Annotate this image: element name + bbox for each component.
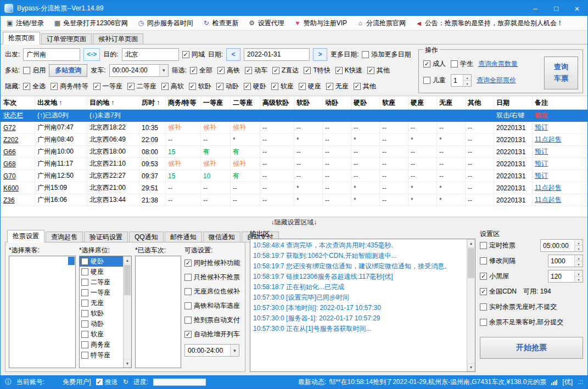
filter-checkbox-4[interactable]: ✓T特快	[304, 66, 330, 75]
column-header-1[interactable]: 出发地 ↑	[35, 97, 87, 110]
chevron-down-icon[interactable]: ▾	[230, 345, 239, 356]
grab-time-range-select[interactable]: 00:00-24:00 ▾	[184, 344, 239, 357]
multi-station-query-button[interactable]: 多站查询	[49, 64, 87, 77]
filter-checkbox-5-box[interactable]: ✓	[335, 67, 343, 74]
selected-train-list[interactable]	[135, 256, 181, 368]
filter-checkbox-6-box[interactable]: ✓	[367, 67, 374, 74]
spin-down-icon[interactable]: ▾	[575, 261, 583, 267]
column-header-4[interactable]: 商务/特等	[166, 97, 201, 110]
train-row-Z36[interactable]: Z36广州16:06北京西13:4421:38--------*--*--**-…	[1, 194, 587, 206]
interval-value[interactable]: 1000	[548, 255, 574, 267]
hide-checkbox-0[interactable]: ✓全选	[23, 82, 46, 91]
depart-station-input[interactable]: 广州南	[23, 48, 80, 61]
settings-tab-0[interactable]: 抢票设置	[7, 230, 44, 243]
hide-checkbox-9-box[interactable]: ✓	[299, 83, 306, 90]
adult-checkbox-box[interactable]: ✓	[423, 60, 430, 67]
page-tab-1[interactable]: 订单管理页面	[41, 33, 92, 44]
train-number-link[interactable]: Z36	[1, 194, 35, 206]
seat-option-2[interactable]: 二等座	[80, 277, 123, 287]
query-price-link[interactable]: 查询全部票价	[477, 76, 516, 85]
settings-tab-3[interactable]: QQ通知	[129, 232, 164, 243]
toolbar-item-6[interactable]: ⌂分流抢票官网	[356, 19, 406, 28]
hide-checkbox-8[interactable]: ✓软座	[271, 82, 294, 91]
dest-station-input[interactable]: 北京	[122, 48, 179, 61]
output-scrollbar[interactable]: ▲ ▼	[467, 239, 475, 371]
settings-tab-1[interactable]: 查询起售	[46, 232, 83, 243]
hide-checkbox-2-box[interactable]: ✓	[93, 83, 100, 90]
interval-spinner[interactable]: 1000 ▴▾	[548, 255, 583, 267]
add-more-dates-checkbox-box[interactable]	[362, 51, 369, 58]
train-number-link[interactable]: G72	[1, 122, 35, 134]
scroll-up-icon[interactable]: ▲	[124, 256, 131, 264]
train-row-K600[interactable]: K600广州15:09北京西21:0029:51--------*--*--**…	[1, 182, 587, 194]
column-header-6[interactable]: 二等座	[231, 97, 260, 110]
toolbar-item-2[interactable]: ◷同步服务器时间	[137, 19, 193, 28]
toolbar-item-1[interactable]: ▦免登录打开12306官网	[53, 19, 127, 28]
timed-grab-time-spinner[interactable]: 05:00:00 ▴▾	[540, 239, 583, 252]
toolbar-item-3[interactable]: ↻检查更新	[203, 19, 239, 28]
partial-submit-checkbox-box[interactable]	[480, 319, 487, 326]
hide-checkbox-2[interactable]: ✓一等座	[93, 82, 122, 91]
settings-tab-2[interactable]: 验证码设置	[84, 232, 128, 243]
column-header-12[interactable]: 硬座	[408, 97, 437, 110]
grab-option-0-box[interactable]: ✓	[184, 260, 192, 267]
train-row-G66[interactable]: G66广州南10:00北京西18:0008:0015有有------------…	[1, 146, 587, 158]
seat-option-checkbox[interactable]	[81, 310, 88, 317]
spin-up-icon[interactable]: ▴	[575, 270, 583, 276]
column-header-7[interactable]: 高级软卧	[260, 97, 294, 110]
seat-option-4[interactable]: 无座	[80, 298, 123, 308]
seat-option-5[interactable]: 软卧	[80, 308, 123, 319]
column-header-10[interactable]: 硬卧	[351, 97, 380, 110]
filter-checkbox-0-box[interactable]: ✓	[190, 67, 197, 74]
hide-checkbox-1-box[interactable]: ✓	[51, 83, 58, 90]
grab-option-4[interactable]: 抢到票自动支付	[184, 313, 242, 327]
hidden-settings-divider[interactable]: ↓隐藏设置区域↓	[1, 217, 587, 227]
hide-checkbox-4[interactable]: ✓高软	[161, 82, 184, 91]
settings-tab-5[interactable]: 微信通知	[203, 232, 240, 243]
enable-multi-checkbox[interactable]: 启用	[23, 66, 46, 75]
hide-checkbox-6-box[interactable]: ✓	[216, 83, 223, 90]
grab-option-2-box[interactable]	[184, 288, 192, 295]
hide-checkbox-10[interactable]: ✓无座	[326, 82, 349, 91]
child-checkbox[interactable]: 儿童	[423, 76, 446, 85]
grab-option-4-box[interactable]	[184, 317, 192, 324]
filter-checkbox-1[interactable]: ✓高铁	[217, 66, 240, 75]
passenger-list-scrollbar[interactable]	[68, 257, 75, 265]
push-checkbox-box[interactable]: ✓	[96, 379, 103, 385]
grab-option-1[interactable]: 只抢候补不抢票	[184, 270, 242, 284]
column-header-14[interactable]: 其他	[466, 97, 494, 110]
close-button[interactable]: ×	[567, 1, 587, 16]
cdn-checkbox-box[interactable]: ✓	[480, 288, 487, 295]
hide-checkbox-11[interactable]: ✓其他	[354, 82, 376, 91]
status-row[interactable]: 状态栏(↑)已选0列(↓)未选7列双击/右键锁定	[1, 110, 587, 122]
seat-option-checkbox[interactable]	[81, 279, 88, 286]
toolbar-item-4[interactable]: ⚙设置代理	[248, 19, 284, 28]
scroll-down-icon[interactable]: ▼	[124, 359, 131, 368]
hide-checkbox-9[interactable]: ✓硬座	[299, 82, 321, 91]
column-header-3[interactable]: 历时 ↑	[139, 97, 166, 110]
train-number-link[interactable]: K600	[1, 182, 35, 194]
swap-stations-button[interactable]: <->	[83, 48, 100, 61]
spin-down-icon[interactable]: ▾	[575, 245, 583, 251]
train-number-link[interactable]: G70	[1, 170, 35, 182]
blacklist-spinner[interactable]: 120 ▴▾	[548, 270, 583, 283]
student-checkbox-box[interactable]	[451, 60, 458, 67]
hide-checkbox-10-box[interactable]: ✓	[326, 83, 333, 90]
train-number-link[interactable]: G66	[1, 146, 35, 158]
spin-down-icon[interactable]: ▾	[463, 80, 471, 86]
timed-grab-checkbox[interactable]: 定时抢票	[480, 241, 516, 250]
child-checkbox-box[interactable]	[423, 77, 430, 84]
no-seat-no-submit-checkbox-box[interactable]	[480, 303, 487, 311]
hide-checkbox-4-box[interactable]: ✓	[161, 83, 169, 90]
filter-checkbox-3[interactable]: ✓Z直达	[272, 66, 299, 75]
hide-checkbox-1[interactable]: ✓商务/特等	[51, 82, 88, 91]
train-row-G72[interactable]: G72广州南07:47北京西18:2210:35候补候补候补----------…	[1, 122, 587, 134]
seat-option-checkbox[interactable]	[81, 268, 88, 275]
note-link[interactable]: 11点起售	[533, 182, 587, 194]
note-link[interactable]: 预订	[533, 170, 587, 182]
hide-checkbox-3[interactable]: ✓二等座	[127, 82, 156, 91]
grab-option-0[interactable]: ✓同时抢候补功能	[184, 256, 242, 270]
column-header-16[interactable]: 备注	[533, 97, 587, 110]
seat-option-9[interactable]: 特等座	[80, 350, 123, 360]
seat-list-scrollbar[interactable]: ▲ ▼	[123, 256, 131, 368]
